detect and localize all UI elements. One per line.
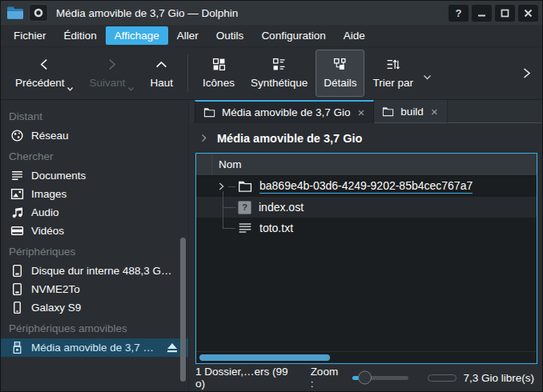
forward-button[interactable]: Suivant [82,50,143,97]
dolphin-app-folder-icon [6,6,24,20]
compact-view-icon [272,58,286,71]
zoom-slider-handle[interactable] [358,371,372,385]
menu-aller[interactable]: Aller [168,26,207,45]
column-header[interactable]: Nom [196,154,537,176]
horizontal-scrollbar[interactable] [196,351,537,363]
tree-line [223,228,235,229]
sidebar-item-audio[interactable]: Audio [1,203,188,222]
menubar: Fichier Édition Affichage Aller Outils C… [1,25,542,47]
tab-close-icon[interactable]: × [430,106,439,118]
folder-icon [238,180,252,193]
details-view-button[interactable]: Détails [316,50,364,97]
folder-icon [382,106,394,117]
file-row-folder[interactable]: ba869e4b-03d6-4249-9202-85b4cec767a7 [196,176,537,197]
column-header-nom[interactable]: Nom [219,158,242,170]
sidebar-item-images[interactable]: Images [1,185,188,203]
documents-icon [10,169,24,182]
zoom-label: Zoom : [311,366,344,390]
breadcrumb[interactable]: Média amovible de 3,7 Gio [189,123,542,153]
text-file-icon [238,222,252,234]
menu-aide[interactable]: Aide [335,26,374,45]
file-row-index-ost[interactable]: ? index.ost [196,197,537,218]
content-area: Média amovible de 3,7 Gio × build × [189,100,542,391]
details-view-icon [333,58,347,71]
breadcrumb-chevron-icon [199,133,209,143]
items-summary: 1 Dossier,…ers (99 o) [195,366,298,390]
unknown-file-icon: ? [238,201,251,214]
sidebar-item-videos[interactable]: Vidéos [1,222,188,240]
usb-stick-icon [10,341,24,354]
sidebar-item-documents[interactable]: Documents [1,166,188,185]
phone-icon [10,301,24,314]
compact-view-button[interactable]: Synthétique [243,50,316,97]
hard-drive-icon [10,282,24,296]
forward-history-caret-icon [127,86,135,92]
status-bar: 1 Dossier,…ers (99 o) Zoom : 7,3 Gio lib… [189,364,542,391]
chevron-right-icon [105,58,119,71]
horizontal-scrollbar-handle[interactable] [199,354,330,361]
file-name[interactable]: index.ost [259,201,304,214]
column-header-indent [196,154,212,175]
tab-bar-filler [448,100,542,123]
images-icon [10,187,24,201]
section-header-removable: Périphériques amovibles [1,317,188,338]
capacity-bar [428,374,457,382]
eject-icon[interactable] [166,342,179,354]
section-header-remote: Distant [1,105,188,126]
breadcrumb-location[interactable]: Média amovible de 3,7 Gio [217,132,362,145]
icons-view-button[interactable]: Icônes [195,50,243,97]
sidebar-item-galaxy-s9[interactable]: Galaxy S9 [1,298,188,317]
menu-affichage[interactable]: Affichage [106,26,168,45]
toolbar: Précédent Suivant Haut [1,47,542,100]
help-button[interactable]: ? [448,5,469,22]
menu-fichier[interactable]: Fichier [5,26,55,45]
close-button[interactable] [518,5,538,22]
expander-chevron-icon[interactable] [215,181,227,192]
titlebar-badge-icon[interactable] [29,4,48,22]
tab-media-amovible[interactable]: Média amovible de 3,7 Gio × [195,100,374,123]
sidebar-item-disque-interne[interactable]: Disque dur interne 488,3 G… [1,262,188,280]
sidebar-item-reseau[interactable]: Réseau [1,126,188,145]
toolbar-overflow-chevron-icon[interactable] [517,63,536,83]
file-rows: ba869e4b-03d6-4249-9202-85b4cec767a7 ? i… [196,176,537,363]
sidebar-item-media-amovible[interactable]: Média amovible de 3,7 … [1,338,188,357]
chevron-up-icon [155,58,168,71]
tab-build[interactable]: build × [374,100,447,123]
file-row-toto-txt[interactable]: toto.txt [196,218,537,238]
videos-icon [10,224,24,238]
folder-icon [203,107,215,118]
sort-icon [386,58,400,71]
places-panel: Distant Réseau Chercher Documents [1,100,189,391]
sidebar-item-nvme2to[interactable]: NVME2To [1,280,188,298]
icons-view-icon [212,58,226,71]
tab-bar: Média amovible de 3,7 Gio × build × [189,100,542,123]
file-name[interactable]: ba869e4b-03d6-4249-9202-85b4cec767a7 [259,179,473,194]
back-button[interactable]: Précédent [7,50,82,97]
sort-by-caret-icon[interactable] [423,74,432,81]
up-button[interactable]: Haut [143,50,182,97]
file-name[interactable]: toto.txt [259,222,293,234]
tree-line [223,207,235,208]
sort-by-button[interactable]: Trier par [364,50,421,97]
tree-line [228,186,235,187]
main-area: Distant Réseau Chercher Documents [1,100,542,391]
sidebar-scrollbar[interactable] [180,238,186,382]
titlebar: Média amovible de 3,7 Gio — Dolphin ? [1,1,542,25]
chevron-left-icon [38,58,51,71]
window-title: Média amovible de 3,7 Gio — Dolphin [56,7,445,19]
zoom-slider[interactable] [352,376,408,380]
maximize-button[interactable] [495,5,515,22]
minimize-button[interactable] [472,5,492,22]
audio-icon [10,206,24,219]
toolbar-separator [187,54,188,92]
tab-close-icon[interactable]: × [357,106,366,118]
tree-line [223,191,223,228]
section-header-devices: Périphériques [1,240,188,262]
menu-configuration[interactable]: Configuration [252,26,334,45]
hard-drive-icon [10,264,24,278]
network-icon [10,129,24,142]
file-view-panel: Nom [195,153,537,364]
menu-outils[interactable]: Outils [207,26,253,45]
menu-edition[interactable]: Édition [55,26,106,45]
back-history-caret-icon[interactable] [66,86,74,92]
